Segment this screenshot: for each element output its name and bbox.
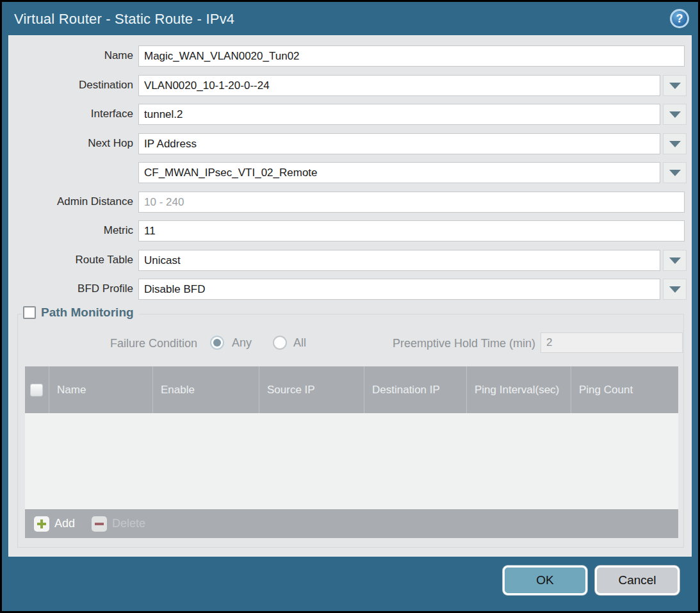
admin-distance-label: Admin Distance	[9, 195, 133, 208]
failure-condition-row: Failure Condition Any All Preemptive Hol…	[18, 332, 683, 354]
chevron-down-icon	[669, 257, 681, 264]
minus-icon	[92, 516, 107, 532]
preemptive-hold-time-label: Preemptive Hold Time (min)	[364, 337, 535, 350]
name-input[interactable]	[138, 45, 685, 67]
route-table-dropdown-button[interactable]	[663, 250, 687, 271]
name-label: Name	[9, 49, 133, 62]
dialog-window: Virtual Router - Static Route - IPv4 ? N…	[2, 2, 698, 611]
metric-input[interactable]	[138, 220, 685, 241]
destination-dropdown-button[interactable]	[663, 75, 687, 96]
column-header-ping-count[interactable]: Ping Count	[571, 366, 678, 413]
route-table-label: Route Table	[9, 254, 133, 266]
column-header-destination-ip[interactable]: Destination IP	[364, 366, 467, 413]
dialog-title: Virtual Router - Static Route - IPv4	[14, 11, 234, 28]
admin-distance-input[interactable]	[138, 192, 685, 213]
dialog-content: Name Destination Interface Next Hop	[8, 35, 692, 557]
failure-condition-any-radio[interactable]	[210, 336, 224, 350]
chevron-down-icon	[669, 286, 681, 293]
destination-input[interactable]	[138, 75, 660, 96]
next-hop-address-dropdown-button[interactable]	[663, 162, 687, 183]
preemptive-hold-time-input[interactable]	[541, 332, 683, 353]
delete-button[interactable]: Delete	[92, 516, 145, 532]
select-all-checkbox[interactable]	[30, 384, 43, 396]
bfd-profile-dropdown-button[interactable]	[663, 279, 687, 300]
path-monitoring-title: Path Monitoring	[41, 306, 134, 320]
route-table-input[interactable]	[138, 250, 660, 271]
table-toolbar: Add Delete	[25, 509, 678, 538]
add-button[interactable]: Add	[34, 516, 75, 532]
chevron-down-icon	[669, 83, 681, 89]
form-row-next-hop-address	[9, 162, 691, 184]
path-monitoring-checkbox[interactable]	[23, 306, 36, 319]
ok-button[interactable]: OK	[503, 566, 587, 595]
failure-condition-label: Failure Condition	[18, 337, 197, 350]
form-row-bfd-profile: BFD Profile	[9, 279, 691, 300]
column-header-ping-interval[interactable]: Ping Interval(sec)	[467, 366, 571, 413]
table-select-all-header	[25, 366, 49, 413]
form-row-admin-distance: Admin Distance	[9, 192, 691, 213]
failure-condition-all-label: All	[293, 336, 306, 350]
metric-label: Metric	[9, 224, 133, 237]
next-hop-type-dropdown-button[interactable]	[663, 133, 687, 154]
path-monitoring-section: Path Monitoring Failure Condition Any Al…	[17, 314, 684, 548]
table-header-row: Name Enable Source IP Destination IP Pin…	[25, 366, 678, 413]
chevron-down-icon	[669, 170, 681, 176]
failure-condition-any-label: Any	[232, 336, 252, 350]
plus-icon	[34, 516, 49, 532]
chevron-down-icon	[669, 141, 681, 147]
bfd-profile-input[interactable]	[138, 279, 660, 300]
column-header-source-ip[interactable]: Source IP	[259, 366, 364, 413]
help-icon[interactable]: ?	[670, 9, 689, 28]
failure-condition-all-radio[interactable]	[273, 336, 287, 350]
form-row-interface: Interface	[9, 104, 691, 126]
cancel-button[interactable]: Cancel	[595, 566, 680, 595]
bfd-profile-label: BFD Profile	[9, 282, 133, 295]
form-row-destination: Destination	[9, 75, 691, 97]
destination-label: Destination	[9, 79, 133, 92]
chevron-down-icon	[669, 111, 681, 118]
table-body-empty	[25, 413, 678, 509]
column-header-enable[interactable]: Enable	[153, 366, 259, 413]
delete-button-label: Delete	[112, 517, 145, 530]
form-row-next-hop-type: Next Hop	[9, 133, 691, 155]
interface-dropdown-button[interactable]	[663, 104, 687, 125]
next-hop-type-input[interactable]	[138, 133, 660, 154]
form-row-route-table: Route Table	[9, 250, 691, 272]
dialog-titlebar: Virtual Router - Static Route - IPv4 ?	[2, 2, 698, 35]
path-monitoring-table: Name Enable Source IP Destination IP Pin…	[25, 366, 678, 538]
add-button-label: Add	[54, 517, 75, 530]
column-header-name[interactable]: Name	[49, 366, 153, 413]
form-row-metric: Metric	[9, 220, 691, 242]
next-hop-address-input[interactable]	[138, 162, 660, 183]
next-hop-label: Next Hop	[9, 137, 133, 150]
form-row-name: Name	[9, 45, 691, 67]
interface-label: Interface	[9, 108, 133, 120]
interface-input[interactable]	[138, 104, 660, 125]
path-monitoring-legend: Path Monitoring	[22, 306, 139, 320]
